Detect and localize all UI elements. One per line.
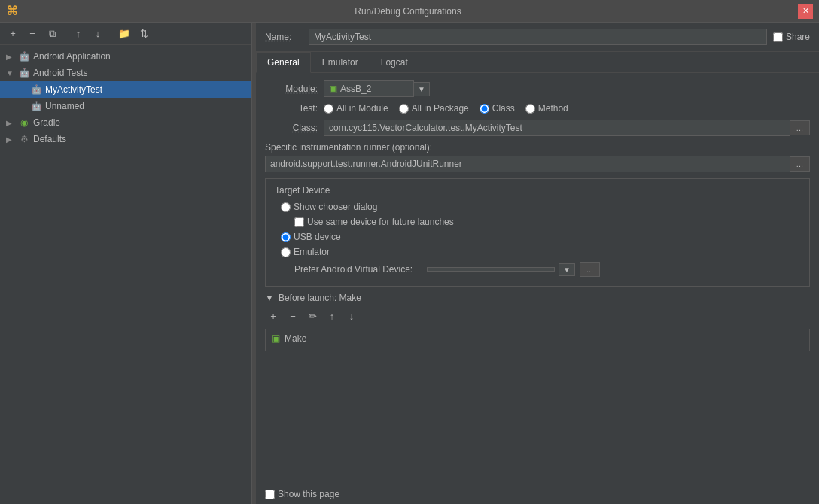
- show-page-text: Show this page: [278, 489, 339, 499]
- test-radio-group: All in Module All in Package Class Metho…: [324, 103, 810, 114]
- avd-row: Prefer Android Virtual Device: ▼ ...: [275, 262, 800, 277]
- tree-item-defaults[interactable]: ▶ ⚙ Defaults: [0, 131, 251, 147]
- class-row: Class: ...: [265, 120, 810, 136]
- name-input[interactable]: [309, 29, 767, 45]
- arrow-android-app: ▶: [6, 53, 15, 61]
- tree-item-android-tests[interactable]: ▼ 🤖 Android Tests: [0, 65, 251, 81]
- copy-config-button[interactable]: ⧉: [44, 26, 60, 42]
- radio-method-label: Method: [538, 103, 568, 114]
- move-down-button[interactable]: ↓: [90, 26, 106, 42]
- usb-device-radio[interactable]: [281, 232, 291, 242]
- bl-remove-btn[interactable]: −: [285, 308, 301, 324]
- before-launch-title: Before launch: Make: [279, 293, 361, 303]
- emulator-device-radio[interactable]: [281, 247, 291, 257]
- left-panel: + − ⧉ ↑ ↓ 📁 ⇅ ▶ 🤖 Android Application ▼ …: [0, 23, 252, 504]
- radio-all-in-module-label: All in Module: [336, 103, 388, 114]
- tree-item-gradle[interactable]: ▶ ◉ Gradle: [0, 114, 251, 131]
- test-row: Test: All in Module All in Package Class: [265, 103, 810, 114]
- tabs-bar: General Emulator Logcat: [256, 52, 819, 73]
- class-label: Class:: [265, 123, 318, 133]
- toolbar-separator-1: [65, 28, 65, 40]
- right-panel: Name: Share General Emulator Logcat Modu…: [256, 23, 819, 504]
- tree-item-android-app[interactable]: ▶ 🤖 Android Application: [0, 48, 251, 65]
- tab-general[interactable]: General: [256, 52, 311, 73]
- avd-browse-btn[interactable]: ...: [580, 262, 600, 277]
- radio-class-label: Class: [492, 103, 515, 114]
- radio-all-in-module-input[interactable]: [324, 104, 333, 114]
- radio-method[interactable]: Method: [525, 103, 568, 114]
- tab-general-content: Module: ▣ AssB_2 ▼ Test: All in Module: [256, 73, 819, 484]
- avd-select[interactable]: [427, 267, 555, 272]
- same-device-checkbox[interactable]: [294, 217, 304, 227]
- radio-all-in-package-input[interactable]: [399, 104, 409, 114]
- bl-down-btn[interactable]: ↓: [343, 308, 360, 324]
- tree-label-defaults: Defaults: [33, 134, 66, 144]
- bl-item-make-icon: ▣: [272, 333, 280, 344]
- tree-item-unnamed[interactable]: 🤖 Unnamed: [0, 98, 251, 114]
- folder-button[interactable]: 📁: [116, 26, 132, 42]
- close-button[interactable]: ✕: [798, 4, 813, 19]
- radio-all-in-package[interactable]: All in Package: [399, 103, 469, 114]
- tree-item-my-activity-test[interactable]: 🤖 MyActivityTest: [0, 81, 251, 98]
- bl-edit-btn[interactable]: ✏: [304, 308, 321, 324]
- radio-all-in-module[interactable]: All in Module: [324, 103, 388, 114]
- name-label: Name:: [265, 32, 303, 42]
- window-title: Run/Debug Configurations: [18, 6, 798, 17]
- arrow-defaults: ▶: [6, 135, 15, 144]
- remove-config-button[interactable]: −: [24, 26, 41, 42]
- show-page-label[interactable]: Show this page: [265, 489, 339, 499]
- defaults-icon: ⚙: [18, 133, 30, 145]
- instrumentation-label: Specific instrumentation runner (optiona…: [265, 142, 810, 153]
- class-browse-btn[interactable]: ...: [790, 120, 810, 135]
- module-label: Module:: [265, 83, 318, 94]
- arrow-android-tests: ▼: [6, 69, 15, 77]
- share-label: Share: [786, 32, 810, 42]
- share-checkbox[interactable]: [773, 32, 783, 42]
- before-launch-arrow: ▼: [265, 293, 274, 303]
- test-label: Test:: [265, 103, 318, 114]
- class-input-browse: ...: [324, 120, 810, 136]
- tab-logcat[interactable]: Logcat: [370, 52, 419, 72]
- class-input[interactable]: [324, 120, 790, 136]
- my-activity-test-icon: 🤖: [30, 83, 42, 96]
- show-chooser-row: Show chooser dialog: [275, 202, 800, 212]
- before-launch-section: ▼ Before launch: Make + − ✏ ↑ ↓ ▣ Make: [265, 293, 810, 351]
- same-device-text: Use same device for future launches: [307, 217, 454, 227]
- module-select[interactable]: ▣ AssB_2: [324, 80, 414, 97]
- instrumentation-row: ...: [265, 156, 810, 172]
- bl-item-make-label: Make: [285, 333, 306, 344]
- config-tree: ▶ 🤖 Android Application ▼ 🤖 Android Test…: [0, 45, 251, 504]
- tree-label-android-app: Android Application: [33, 51, 111, 62]
- sort-button[interactable]: ⇅: [135, 26, 152, 42]
- tree-label-gradle: Gradle: [33, 117, 60, 128]
- left-toolbar: + − ⧉ ↑ ↓ 📁 ⇅: [0, 23, 251, 45]
- radio-class[interactable]: Class: [480, 103, 515, 114]
- bl-up-btn[interactable]: ↑: [324, 308, 340, 324]
- instrumentation-input[interactable]: [265, 156, 790, 172]
- module-row: Module: ▣ AssB_2 ▼: [265, 80, 810, 97]
- show-page-checkbox[interactable]: [265, 490, 275, 499]
- move-up-button[interactable]: ↑: [70, 26, 87, 42]
- tab-emulator[interactable]: Emulator: [311, 52, 370, 72]
- instrumentation-browse-btn[interactable]: ...: [790, 156, 810, 172]
- same-device-label[interactable]: Use same device for future launches: [294, 217, 454, 227]
- usb-device-row: USB device: [275, 232, 800, 242]
- module-dropdown-btn[interactable]: ▼: [414, 82, 430, 96]
- show-chooser-label[interactable]: Show chooser dialog: [281, 202, 377, 212]
- radio-all-in-package-label: All in Package: [412, 103, 469, 114]
- show-chooser-radio[interactable]: [281, 202, 291, 212]
- app-logo: ⌘: [6, 4, 18, 18]
- show-chooser-text: Show chooser dialog: [294, 202, 377, 212]
- gradle-icon: ◉: [18, 117, 30, 129]
- unnamed-icon: 🤖: [30, 100, 42, 112]
- tree-label-unnamed: Unnamed: [45, 101, 84, 111]
- usb-device-label[interactable]: USB device: [281, 232, 341, 242]
- target-device-section: Target Device Show chooser dialog Use sa…: [265, 178, 810, 287]
- radio-method-input[interactable]: [525, 104, 535, 114]
- before-launch-header[interactable]: ▼ Before launch: Make: [265, 293, 810, 303]
- add-config-button[interactable]: +: [5, 26, 21, 42]
- radio-class-input[interactable]: [480, 104, 489, 114]
- emulator-device-label[interactable]: Emulator: [281, 247, 330, 257]
- avd-dropdown-btn[interactable]: ▼: [559, 263, 575, 276]
- bl-add-btn[interactable]: +: [265, 308, 282, 324]
